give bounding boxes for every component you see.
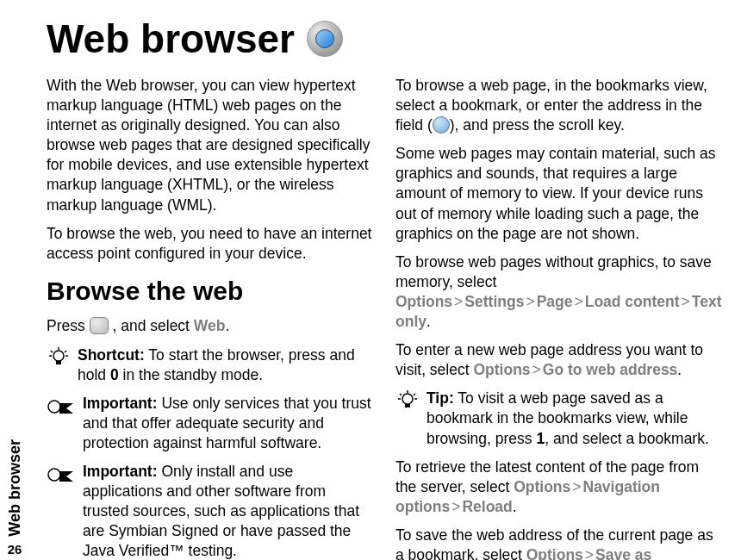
- svg-line-12: [400, 394, 402, 395]
- lightbulb-icon: [395, 389, 420, 414]
- web-label: Web: [194, 317, 226, 334]
- lightbulb-icon: [47, 346, 71, 370]
- reload-instruction: To retrieve the latest content of the pa…: [395, 457, 724, 517]
- important-2-text: Important: Only install and use applicat…: [83, 462, 375, 560]
- browse-web-heading: Browse the web: [47, 274, 375, 308]
- right-column: To browse a web page, in the bookmarks v…: [395, 76, 724, 560]
- svg-rect-10: [405, 404, 410, 408]
- shortcut-block: Shortcut: To start the browser, press an…: [47, 345, 375, 385]
- important-flag-icon: [47, 395, 76, 419]
- svg-rect-1: [56, 361, 61, 364]
- svg-line-4: [65, 351, 66, 352]
- intro-paragraph-1: With the Web browser, you can view hyper…: [47, 76, 375, 215]
- side-section-label: Web browser: [6, 439, 24, 537]
- side-rail: Web browser 26: [0, 0, 29, 560]
- svg-point-8: [48, 469, 60, 481]
- page-title: Web browser: [47, 16, 724, 62]
- text-only-instruction: To browse web pages without graphics, to…: [395, 252, 724, 332]
- globe-icon: [433, 116, 450, 134]
- memory-warning: Some web pages may contain material, suc…: [395, 144, 724, 243]
- svg-point-7: [48, 401, 60, 413]
- page-number: 26: [8, 542, 22, 557]
- tip-block: Tip: To visit a web page saved as a book…: [395, 389, 724, 448]
- svg-point-9: [402, 394, 413, 404]
- save-bookmark-instruction: To save the web address of the current p…: [395, 526, 724, 560]
- intro-paragraph-2: To browse the web, you need to have an i…: [47, 224, 375, 264]
- svg-line-13: [414, 394, 415, 395]
- svg-line-3: [51, 351, 53, 352]
- browse-page-instruction: To browse a web page, in the bookmarks v…: [395, 76, 724, 135]
- two-column-body: With the Web browser, you can view hyper…: [47, 76, 724, 560]
- left-column: With the Web browser, you can view hyper…: [47, 76, 375, 560]
- tip-text: Tip: To visit a web page saved as a book…: [427, 389, 724, 448]
- browser-globe-icon: [307, 21, 343, 57]
- important-flag-icon: [47, 463, 76, 487]
- shortcut-text: Shortcut: To start the browser, press an…: [78, 345, 375, 385]
- goto-address-instruction: To enter a new web page address you want…: [395, 340, 724, 380]
- svg-point-0: [53, 351, 64, 361]
- important-block-1: Important: Use only services that you tr…: [47, 394, 375, 453]
- menu-key-icon: [90, 317, 109, 334]
- press-instruction: Press , and select Web.: [47, 316, 375, 336]
- page-content: Web browser With the Web browser, you ca…: [29, 0, 741, 560]
- title-text: Web browser: [47, 16, 295, 62]
- important-block-2: Important: Only install and use applicat…: [47, 462, 375, 560]
- important-1-text: Important: Use only services that you tr…: [83, 394, 375, 453]
